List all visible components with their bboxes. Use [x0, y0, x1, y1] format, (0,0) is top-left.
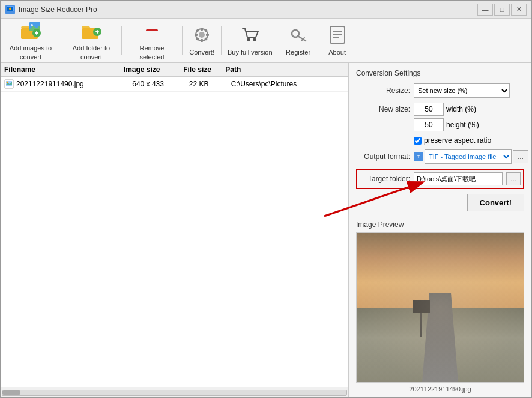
register-button[interactable]: Register [280, 21, 316, 60]
file-panel: Filename Image size File size Path 20211… [1, 63, 349, 397]
separator-5 [279, 26, 279, 55]
separator-3 [182, 26, 183, 55]
about-button[interactable]: About [319, 21, 355, 60]
svg-point-26 [253, 38, 256, 41]
svg-line-30 [301, 40, 303, 41]
buy-label: Buy full version [228, 48, 273, 56]
svg-rect-9 [36, 31, 37, 35]
file-size: 22 KB [189, 80, 231, 88]
convert-btn-container: Convert! [356, 194, 524, 211]
output-format-row: Output format: T TIF - Tagged image file… [356, 149, 524, 164]
about-label: About [328, 48, 346, 56]
header-filesize: File size [183, 65, 225, 74]
preserve-aspect-checkbox[interactable] [414, 137, 422, 145]
preview-filename: 20211221911490.jpg [356, 385, 524, 393]
preview-title: Image Preview [356, 220, 524, 229]
width-unit: width (%) [446, 105, 476, 113]
svg-rect-13 [97, 30, 98, 34]
output-format-select[interactable]: TIF - Tagged image file JPG - JPEG Image… [425, 149, 512, 164]
cart-icon [239, 24, 261, 46]
file-list-body: 20211221911490.jpg 640 x 433 22 KB C:\Us… [1, 77, 348, 387]
register-label: Register [286, 48, 310, 56]
preserve-aspect-row: preserve aspect ratio [414, 136, 524, 145]
horizontal-scrollbar[interactable] [1, 387, 348, 397]
key-icon [288, 24, 309, 46]
add-folder-button[interactable]: Add folder to convert [62, 21, 120, 60]
toolbar: Add images to convert Add folder to conv… [1, 19, 531, 63]
close-button[interactable]: ✕ [511, 4, 527, 16]
header-imagesize: Image size [124, 65, 183, 74]
header-path: Path [225, 65, 345, 74]
target-folder-input[interactable] [414, 172, 503, 185]
minimize-button[interactable]: — [477, 4, 493, 16]
height-input[interactable] [414, 118, 444, 131]
svg-line-29 [303, 38, 304, 39]
target-folder-container: Target folder: ... [356, 169, 524, 189]
convert-icon [191, 24, 213, 46]
scroll-thumb [2, 390, 20, 395]
image-size: 640 x 433 [132, 80, 189, 88]
new-size-label: New size: [356, 105, 410, 113]
svg-rect-19 [195, 34, 198, 36]
add-images-button[interactable]: Add images to convert [2, 21, 59, 60]
svg-rect-20 [206, 34, 209, 36]
window-controls: — □ ✕ [477, 4, 527, 16]
svg-point-5 [31, 24, 33, 26]
convert-toolbar-button[interactable]: Convert! [184, 21, 220, 60]
resize-label: Resize: [356, 86, 410, 95]
window-title: Image Size Reducer Pro [19, 5, 97, 14]
file-list-header: Filename Image size File size Path [1, 63, 348, 77]
settings-title: Conversion Settings [356, 69, 524, 77]
remove-label: Remove selected [128, 44, 176, 61]
convert-label: Convert! [189, 48, 214, 56]
title-bar-left: Image Size Reducer Pro [5, 5, 97, 14]
scroll-track [2, 390, 347, 396]
output-format-label: Output format: [356, 152, 410, 161]
remove-selected-button[interactable]: Remove selected [123, 21, 181, 60]
application-window: Image Size Reducer Pro — □ ✕ [0, 0, 532, 398]
add-folder-label: Add folder to convert [67, 44, 115, 61]
width-input[interactable] [414, 103, 444, 116]
new-size-width-row: New size: width (%) [356, 103, 524, 116]
height-unit: height (%) [446, 121, 479, 129]
file-path: C:\Users\pc\Pictures [231, 80, 345, 88]
format-browse-button[interactable]: ... [513, 150, 528, 163]
svg-rect-17 [201, 28, 203, 31]
target-folder-browse-button[interactable]: ... [506, 172, 521, 185]
svg-point-2 [9, 7, 11, 10]
main-content: Filename Image size File size Path 20211… [1, 63, 531, 397]
add-folder-icon [80, 20, 102, 41]
fog-overlay [357, 233, 524, 382]
separator-6 [318, 26, 318, 55]
file-name: 20211221911490.jpg [16, 80, 132, 88]
resize-control: Set new size (%) Set new size (px) Keep … [414, 83, 524, 98]
add-images-icon [20, 20, 41, 41]
format-icon: T [414, 152, 423, 161]
preview-image [357, 233, 524, 382]
svg-point-16 [199, 32, 205, 38]
image-preview-section: Image Preview 20211221911490.jpg [349, 220, 531, 397]
app-icon [5, 5, 15, 14]
resize-row: Resize: Set new size (%) Set new size (p… [356, 83, 524, 98]
target-folder-label: Target folder: [360, 175, 410, 183]
resize-select[interactable]: Set new size (%) Set new size (px) Keep … [414, 83, 510, 98]
add-images-label: Add images to convert [7, 44, 55, 61]
about-icon [327, 24, 348, 46]
remove-icon [141, 20, 163, 41]
convert-button[interactable]: Convert! [467, 194, 524, 211]
width-control: width (%) [414, 103, 524, 116]
maximize-button[interactable]: □ [494, 4, 510, 16]
right-panel: Conversion Settings Resize: Set new size… [349, 63, 531, 397]
file-icon [4, 79, 14, 89]
height-control: height (%) [414, 118, 524, 131]
separator-4 [221, 26, 222, 55]
title-bar: Image Size Reducer Pro — □ ✕ [1, 1, 531, 19]
conversion-settings: Conversion Settings Resize: Set new size… [349, 63, 531, 220]
preserve-aspect-label: preserve aspect ratio [424, 136, 491, 145]
table-row[interactable]: 20211221911490.jpg 640 x 433 22 KB C:\Us… [1, 77, 348, 92]
buy-button[interactable]: Buy full version [223, 21, 277, 60]
svg-rect-18 [201, 39, 203, 42]
svg-point-25 [247, 38, 250, 41]
preview-image-container [356, 232, 524, 383]
svg-rect-14 [146, 29, 158, 31]
